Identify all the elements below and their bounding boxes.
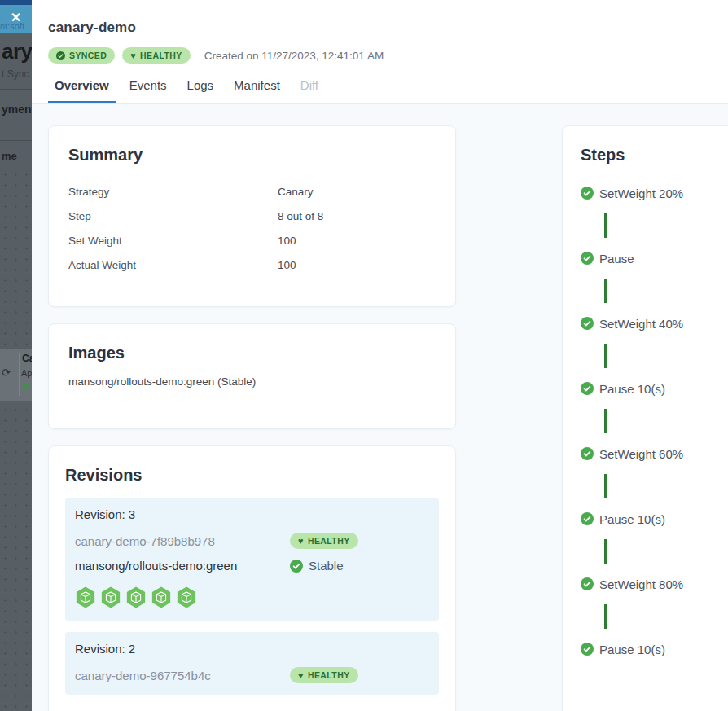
step-label: Pause 10(s) [599,382,665,396]
summary-row-label: Actual Weight [68,259,278,271]
step-check-icon [581,187,594,200]
step-check-icon [581,252,594,265]
summary-row-value: 8 out of 8 [278,210,323,222]
replicaset-health-label: HEALTHY [308,536,350,546]
summary-row: Step 8 out of 8 [68,204,436,228]
summary-row-value: Canary [278,186,314,198]
replicaset-name: canary-demo-7f89b8b978 [75,534,290,548]
images-card: Images mansong/rollouts-demo:green (Stab… [48,323,456,429]
revisions-card: Revisions Revision: 3 canary-demo-7f89b8… [48,445,456,711]
tab-overview[interactable]: Overview [48,78,116,103]
revision-replicaset-row: canary-demo-967754b4c ♥ HEALTHY [75,667,429,683]
summary-row-label: Strategy [68,186,278,198]
step-label: SetWeight 40% [599,317,683,331]
step-connector [604,604,607,629]
summary-row-value: 100 [278,259,296,271]
background-divider [0,89,32,90]
background-dot-grid [0,169,32,347]
pod-icon [75,586,96,609]
created-timestamp: Created on 11/27/2023, 12:41:01 AM [204,50,384,62]
tile-health-dot [24,384,29,389]
revision-image-row: mansong/rollouts-demo:green Stable [75,559,429,573]
sync-status-badge: SYNCED [48,47,115,64]
pod-list [75,586,197,609]
check-circle-icon [290,560,303,573]
close-panel-button[interactable]: nt:soft ✕ [0,5,32,33]
health-status-badge: ♥ HEALTHY [122,47,191,64]
app-refresh-icon: ⟳ [2,366,11,379]
revision-name: Revision: 2 [75,642,429,656]
step-check-icon [581,512,594,525]
step-check-icon [581,447,594,460]
page-title: canary-demo [48,20,712,36]
tab-manifest[interactable]: Manifest [227,78,287,103]
revisions-title: Revisions [65,466,439,485]
left-column: Summary Strategy Canary Step 8 out of 8 … [48,125,456,711]
revision-name: Revision: 3 [75,507,429,521]
summary-row: Actual Weight 100 [68,252,436,277]
steps-title: Steps [581,146,728,165]
heart-icon: ♥ [298,537,304,546]
panel-header: canary-demo SYNCED ♥ HEALTHY Created on … [32,0,728,104]
step-item: Pause 10(s) [581,380,728,397]
rollout-details-panel: canary-demo SYNCED ♥ HEALTHY Created on … [32,0,728,711]
heart-icon: ♥ [130,51,136,60]
step-connector [604,213,607,238]
tab-events[interactable]: Events [123,78,173,103]
summary-row-label: Step [68,210,278,222]
revision-item: Revision: 3 canary-demo-7f89b8b978 ♥ HEA… [65,498,439,621]
summary-row-label: Set Weight [68,235,278,247]
revision-replicaset-row: canary-demo-7f89b8b978 ♥ HEALTHY [75,533,429,549]
tile-divider [19,353,20,396]
tile-sub-fragment: Ap [21,368,32,378]
background-heading-fragment: ary- [2,39,32,64]
step-label: SetWeight 80% [599,577,683,591]
step-connector [604,539,607,564]
background-column-header-fragment: me [2,150,17,162]
step-label: Pause 10(s) [599,643,665,656]
step-connector [604,279,607,303]
step-item: SetWeight 80% [581,576,728,592]
replicaset-health-label: HEALTHY [308,670,350,680]
step-connector [604,344,607,368]
images-title: Images [68,344,436,362]
pod-icon [151,586,172,609]
tab-logs[interactable]: Logs [181,78,221,103]
step-item: Pause [581,250,728,266]
steps-card: Steps SetWeight 20% Pause SetWeight 40% … [562,125,728,711]
step-label: SetWeight 20% [599,187,683,200]
tab-diff: Diff [294,78,325,103]
summary-row: Strategy Canary [68,179,436,204]
summary-row-value: 100 [278,235,296,247]
background-divider [0,165,32,165]
step-label: Pause 10(s) [599,512,665,526]
overview-content: Summary Strategy Canary Step 8 out of 8 … [32,104,728,711]
pod-icon [100,586,121,609]
step-item: Pause 10(s) [581,641,728,657]
stable-indicator: Stable [290,559,344,573]
step-item: SetWeight 60% [581,445,728,462]
revision-item: Revision: 2 canary-demo-967754b4c ♥ HEAL… [65,632,439,695]
status-row: SYNCED ♥ HEALTHY Created on 11/27/2023, … [48,47,712,64]
step-item: SetWeight 40% [581,315,728,331]
background-deployment-fragment: yment [2,103,32,116]
step-check-icon [581,317,594,330]
heart-icon: ♥ [298,671,304,680]
background-sync-fragment: t Sync [2,68,29,80]
stable-label: Stable [309,559,344,573]
step-item: Pause 10(s) [581,511,728,527]
replicaset-health-badge: ♥ HEALTHY [290,533,358,549]
background-app-tile-fragment: ⟳ Ca Ap [0,349,32,401]
background-divider [0,140,32,141]
step-connector [604,474,607,498]
pod-icon [176,586,197,609]
step-label: SetWeight 60% [599,447,683,461]
revision-image: mansong/rollouts-demo:green [75,559,290,573]
step-label: Pause [599,252,634,266]
step-check-icon [581,577,594,590]
replicaset-name: canary-demo-967754b4c [75,669,290,682]
summary-title: Summary [68,146,436,165]
tab-bar: Overview Events Logs Manifest Diff [48,78,712,103]
summary-row: Set Weight 100 [68,228,436,252]
close-icon: ✕ [0,8,32,28]
